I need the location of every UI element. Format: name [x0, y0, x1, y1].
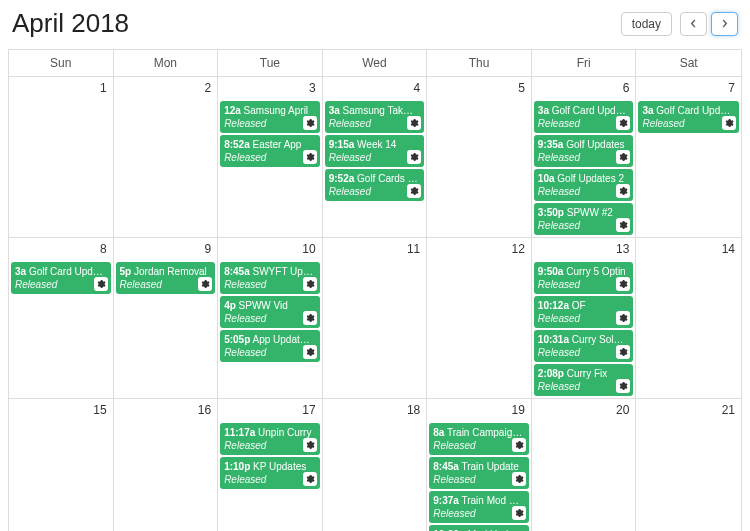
day-header: Tue [218, 50, 323, 76]
day-number: 5 [518, 81, 525, 95]
calendar-event[interactable]: 10:12a OFReleased [534, 296, 634, 328]
calendar-event[interactable]: 3:50p SPWW #2Released [534, 203, 634, 235]
calendar-event[interactable]: 8:45a SWYFT UpdatesReleased [220, 262, 320, 294]
calendar-event[interactable]: 8:45a Train UpdateReleased [429, 457, 529, 489]
day-cell[interactable]: 1711:17a Unpin CurryReleased1:10p KP Upd… [218, 399, 323, 531]
event-time: 9:37a [433, 495, 459, 506]
calendar-event[interactable]: 12:26p Mod Update 2Released [429, 525, 529, 531]
calendar-event[interactable]: 1:10p KP UpdatesReleased [220, 457, 320, 489]
event-title: Jordan Removal [131, 266, 207, 277]
day-cell[interactable]: 12 [427, 238, 532, 398]
calendar-event[interactable]: 5p Jordan RemovalReleased [116, 262, 216, 294]
gear-icon[interactable] [407, 116, 421, 130]
day-cell[interactable]: 63a Golf Card Update FriReleased9:35a Go… [532, 77, 637, 237]
day-cell[interactable]: 73a Golf Card Update SaturdayReleased [636, 77, 741, 237]
gear-icon[interactable] [94, 277, 108, 291]
event-time: 8a [433, 427, 444, 438]
calendar-event[interactable]: 10a Golf Updates 2Released [534, 169, 634, 201]
calendar-event[interactable]: 3a Golf Card Update SundayReleased [11, 262, 111, 294]
gear-icon[interactable] [616, 311, 630, 325]
gear-icon[interactable] [303, 311, 317, 325]
day-cell[interactable]: 11 [323, 238, 428, 398]
day-cell[interactable]: 43a Samsung TakedownReleased9:15a Week 1… [323, 77, 428, 237]
day-cell[interactable]: 2 [114, 77, 219, 237]
gear-icon[interactable] [303, 472, 317, 486]
day-cell[interactable]: 21 [636, 399, 741, 531]
gear-icon[interactable] [303, 438, 317, 452]
calendar-event[interactable]: 2:08p Curry FixReleased [534, 364, 634, 396]
event-status: Released [224, 312, 316, 325]
event-title: Golf Card Update Sunday [26, 266, 106, 277]
event-title: Easter App [250, 139, 302, 150]
event-time: 8:45a [224, 266, 250, 277]
event-time: 9:50a [538, 266, 564, 277]
event-time: 11:17a [224, 427, 255, 438]
gear-icon[interactable] [616, 218, 630, 232]
event-title: App Update masters [250, 334, 315, 345]
gear-icon[interactable] [616, 184, 630, 198]
gear-icon[interactable] [303, 150, 317, 164]
gear-icon[interactable] [303, 277, 317, 291]
gear-icon[interactable] [616, 277, 630, 291]
day-number: 21 [722, 403, 735, 417]
event-title: Golf Cards Update [354, 173, 420, 184]
calendar-event[interactable]: 8:52a Easter AppReleased [220, 135, 320, 167]
day-cell[interactable]: 108:45a SWYFT UpdatesReleased4p SPWW Vid… [218, 238, 323, 398]
calendar-event[interactable]: 10:31a Curry Sold OutReleased [534, 330, 634, 362]
calendar-event[interactable]: 11:17a Unpin CurryReleased [220, 423, 320, 455]
day-cell[interactable]: 5 [427, 77, 532, 237]
day-number: 4 [414, 81, 421, 95]
calendar-event[interactable]: 3a Samsung TakedownReleased [325, 101, 425, 133]
day-number: 19 [511, 403, 524, 417]
prev-button[interactable] [680, 12, 707, 36]
day-cell[interactable]: 312a Samsung AprilReleased8:52a Easter A… [218, 77, 323, 237]
calendar-event[interactable]: 9:50a Curry 5 OptinReleased [534, 262, 634, 294]
day-cell[interactable]: 20 [532, 399, 637, 531]
gear-icon[interactable] [303, 345, 317, 359]
gear-icon[interactable] [512, 506, 526, 520]
gear-icon[interactable] [407, 150, 421, 164]
today-button[interactable]: today [621, 12, 672, 36]
calendar-event[interactable]: 4p SPWW VidReleased [220, 296, 320, 328]
day-cell[interactable]: 16 [114, 399, 219, 531]
gear-icon[interactable] [303, 116, 317, 130]
day-number: 1 [100, 81, 107, 95]
day-cell[interactable]: 83a Golf Card Update SundayReleased [9, 238, 114, 398]
gear-icon[interactable] [616, 116, 630, 130]
calendar-event[interactable]: 9:37a Train Mod UpdateReleased [429, 491, 529, 523]
event-time: 3a [329, 105, 340, 116]
gear-icon[interactable] [512, 438, 526, 452]
event-time: 3:50p [538, 207, 564, 218]
day-cell[interactable]: 139:50a Curry 5 OptinReleased10:12a OFRe… [532, 238, 637, 398]
calendar-event[interactable]: 12a Samsung AprilReleased [220, 101, 320, 133]
gear-icon[interactable] [198, 277, 212, 291]
gear-icon[interactable] [616, 379, 630, 393]
gear-icon[interactable] [512, 472, 526, 486]
event-status: Released [224, 151, 316, 164]
calendar-event[interactable]: 9:15a Week 14Released [325, 135, 425, 167]
day-cell[interactable]: 14 [636, 238, 741, 398]
calendar-event[interactable]: 9:52a Golf Cards UpdateReleased [325, 169, 425, 201]
day-cell[interactable]: 198a Train Campaign LaunchReleased8:45a … [427, 399, 532, 531]
day-number: 16 [198, 403, 211, 417]
calendar-event[interactable]: 8a Train Campaign LaunchReleased [429, 423, 529, 455]
day-number: 10 [302, 242, 315, 256]
calendar-event[interactable]: 9:35a Golf UpdatesReleased [534, 135, 634, 167]
next-button[interactable] [711, 12, 738, 36]
event-time: 5p [120, 266, 132, 277]
event-title: Week 14 [354, 139, 396, 150]
gear-icon[interactable] [616, 150, 630, 164]
calendar-event[interactable]: 3a Golf Card Update SaturdayReleased [638, 101, 739, 133]
gear-icon[interactable] [407, 184, 421, 198]
calendar-event[interactable]: 3a Golf Card Update FriReleased [534, 101, 634, 133]
event-title: Train Campaign Launch [444, 427, 524, 438]
day-cell[interactable]: 95p Jordan RemovalReleased [114, 238, 219, 398]
calendar-event[interactable]: 5:05p App Update mastersReleased [220, 330, 320, 362]
day-cell[interactable]: 1 [9, 77, 114, 237]
gear-icon[interactable] [616, 345, 630, 359]
event-time: 2:08p [538, 368, 564, 379]
day-cell[interactable]: 15 [9, 399, 114, 531]
gear-icon[interactable] [722, 116, 736, 130]
day-cell[interactable]: 18 [323, 399, 428, 531]
event-title: Train Mod Update [459, 495, 525, 506]
